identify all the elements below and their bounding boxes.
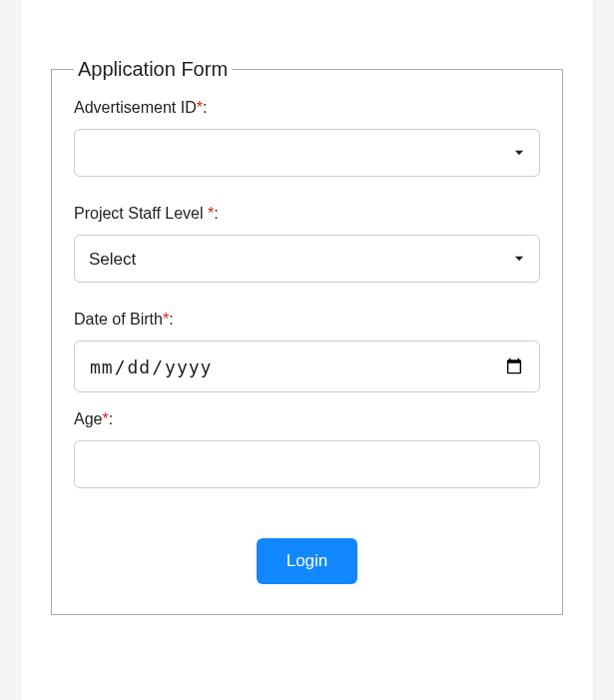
login-button[interactable]: Login	[257, 538, 358, 584]
form-legend: Application Form	[74, 58, 232, 81]
label-colon: :	[214, 205, 218, 222]
field-advertisement-id: Advertisement ID*:	[74, 99, 540, 177]
project-staff-level-select-wrap: Select	[74, 235, 540, 283]
label-text: Advertisement ID	[74, 99, 197, 116]
project-staff-level-select[interactable]: Select	[74, 235, 540, 283]
label-colon: :	[109, 410, 113, 427]
advertisement-id-label: Advertisement ID*:	[74, 99, 540, 117]
submit-row: Login	[74, 538, 540, 584]
date-of-birth-input[interactable]	[74, 341, 540, 392]
age-label: Age*:	[74, 410, 540, 428]
project-staff-level-label: Project Staff Level *:	[74, 205, 540, 223]
label-text: Project Staff Level	[74, 205, 208, 222]
field-date-of-birth: Date of Birth*:	[74, 311, 540, 392]
field-age: Age*:	[74, 410, 540, 488]
label-text: Date of Birth	[74, 311, 163, 328]
advertisement-id-select-wrap	[74, 129, 540, 177]
advertisement-id-select[interactable]	[74, 129, 540, 177]
application-form-fieldset: Application Form Advertisement ID*: Proj…	[51, 58, 563, 615]
age-input[interactable]	[74, 440, 540, 488]
label-text: Age	[74, 410, 102, 427]
label-colon: :	[169, 311, 173, 328]
date-of-birth-label: Date of Birth*:	[74, 311, 540, 329]
field-project-staff-level: Project Staff Level *: Select	[74, 205, 540, 283]
label-colon: :	[203, 99, 207, 116]
form-panel: Application Form Advertisement ID*: Proj…	[20, 0, 594, 700]
